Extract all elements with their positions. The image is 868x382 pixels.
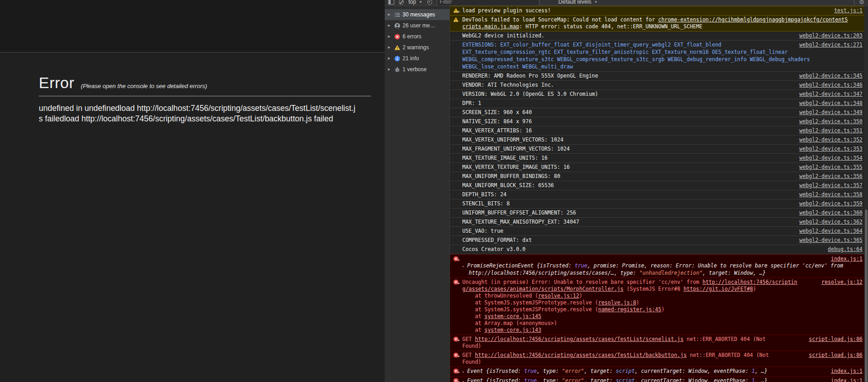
console-message-line: EXT_texture_compression_rgtc EXT_texture… [462, 48, 863, 56]
console-message: webgl2-device.ts:346VENDOR: ATI Technolo… [450, 81, 868, 90]
console-message-line: webgl2-device.ts:359STENCIL_BITS: 8 [462, 200, 863, 207]
expand-arrow-icon[interactable]: ▶ [388, 57, 392, 60]
console-message: webgl2-device.ts:348DPR: 1 [450, 99, 868, 108]
expand-arrow-icon[interactable]: ▶ [458, 256, 460, 263]
message-link[interactable]: system-core.js:145 [484, 313, 541, 319]
log-levels-selector[interactable]: Default levels [559, 0, 591, 5]
expand-arrow-icon[interactable]: ▶ [458, 8, 460, 15]
console-message-line: webgl2-device.ts:349SCREEN_SIZE: 960 x 6… [462, 109, 863, 116]
message-link[interactable]: named-register.js:45 [598, 306, 661, 313]
source-link[interactable]: webgl2-device.ts:365 [800, 236, 863, 244]
console-message: ▶test.js:1load preview plugin success! [450, 6, 868, 16]
message-link[interactable]: https://git.io/JvFET#8 [684, 286, 753, 292]
console-message-line: DevTools failed to load SourceMap: Could… [462, 16, 863, 23]
source-link[interactable]: test.js:1 [834, 7, 863, 14]
sidebar-item-warnings[interactable]: ▶2 warnings [385, 42, 450, 53]
message-text: MAX_UNIFORM_BUFFER_BINDINGS: 80 [462, 173, 560, 179]
info-icon [394, 55, 400, 62]
expand-arrow-icon[interactable]: ▶ [458, 353, 460, 360]
source-link[interactable]: webgl2-device.ts:356 [800, 173, 863, 180]
expand-arrow-icon[interactable]: ▸ [462, 379, 467, 382]
expand-arrow-icon[interactable]: ▶ [388, 24, 392, 27]
message-text: MAX_VERTEX_TEXTURE_IMAGE_UNITS: 16 [462, 164, 570, 170]
clear-console-icon[interactable] [399, 0, 404, 5]
message-link[interactable]: cripts.main.js.map [462, 23, 519, 30]
live-expression-icon[interactable] [427, 0, 432, 5]
console-message: webgl2-device.ts:359STENCIL_BITS: 8 [450, 199, 868, 209]
message-text: MAX_VERTEX_UNIFORM_VECTORS: 1024 [462, 136, 564, 143]
message-text: ) [661, 306, 664, 313]
source-link[interactable]: index.js:1 [831, 377, 863, 382]
expand-arrow-icon[interactable]: ▶ [388, 35, 392, 38]
message-link[interactable]: http://localhost:7456/scripting/assets/c… [475, 336, 684, 342]
console-message-line: at throwUnresolved (resolve.js:12) [462, 293, 863, 299]
sidebar-item-verbose[interactable]: ▶1 verbose [385, 64, 450, 75]
expand-arrow-icon[interactable]: ▶ [388, 13, 392, 16]
message-link[interactable]: http://localhost:7456/scriptin [702, 279, 797, 285]
console-message: webgl2-device.ts:350NATIVE_SIZE: 864 x 9… [450, 117, 868, 126]
message-link[interactable]: chrome-extension://hgcihmbmlgldpngjnaggb… [658, 16, 847, 23]
sidebar-item-info[interactable]: ▶21 info [385, 53, 450, 64]
source-link[interactable]: script-load.js:86 [809, 352, 863, 359]
source-link[interactable]: webgl2-device.ts:357 [800, 182, 863, 189]
message-text: VENDOR: ATI Technologies Inc. [462, 82, 554, 88]
source-link[interactable]: webgl2-device.ts:203 [800, 32, 863, 39]
expand-arrow-icon[interactable]: ▶ [388, 46, 392, 49]
expand-arrow-icon[interactable]: ▶ [458, 369, 460, 376]
console-message-line: webgl2-device.ts:348DPR: 1 [462, 99, 863, 107]
console-message: webgl2-device.ts:358DEPTH_BITS: 24 [450, 190, 868, 199]
console-message: webgl2-device.ts:357MAX_UNIFORM_BLOCK_SI… [450, 181, 868, 190]
expand-arrow-icon[interactable]: ▸ [462, 264, 467, 268]
source-link[interactable]: resolve.js:12 [821, 279, 863, 286]
source-link[interactable]: webgl2-device.ts:354 [800, 154, 863, 162]
message-link[interactable]: http://localhost:7456/scripting/assets/c… [475, 352, 687, 358]
message-text: RENDERER: AMD Radeon Pro 555X OpenGL Eng… [462, 73, 598, 79]
source-link[interactable]: webgl2-device.ts:347 [800, 90, 863, 98]
source-link[interactable]: webgl2-device.ts:355 [800, 163, 863, 171]
console-message-line: index.js:1▸Event {isTrusted: true, type:… [462, 368, 863, 375]
source-link[interactable]: webgl2-device.ts:346 [800, 81, 863, 89]
source-link[interactable]: webgl2-device.ts:362 [800, 218, 863, 225]
expand-arrow-icon[interactable]: ▸ [462, 370, 467, 374]
expand-arrow-icon[interactable]: ▶ [458, 280, 460, 287]
console-message-line: webgl2-device.ts:356MAX_UNIFORM_BUFFER_B… [462, 173, 863, 180]
source-link[interactable]: webgl2-device.ts:350 [800, 118, 863, 125]
source-link[interactable]: debug.ts:64 [828, 246, 863, 253]
console-message-line: webgl2-device.ts:347VERSION: WebGL 2.0 (… [462, 90, 863, 98]
source-link[interactable]: script-load.js:86 [809, 336, 863, 343]
source-link[interactable]: webgl2-device.ts:353 [800, 145, 863, 152]
message-text: MAX_UNIFORM_BLOCK_SIZE: 65536 [462, 182, 554, 188]
source-link[interactable]: webgl2-device.ts:360 [800, 209, 863, 216]
source-link[interactable]: webgl2-device.ts:359 [800, 200, 863, 207]
message-link[interactable]: resolve.js:8 [598, 299, 636, 306]
source-link[interactable]: index.js:1 [831, 368, 863, 375]
sidebar-item-errors[interactable]: ▶6 errors [385, 31, 450, 42]
source-link[interactable]: webgl2-device.ts:364 [800, 227, 863, 235]
message-text: , target: [584, 377, 616, 382]
context-selector[interactable]: top [408, 0, 416, 5]
source-link[interactable]: webgl2-device.ts:345 [800, 72, 863, 79]
message-text: net::ERR_ABORTED 404 (Not [687, 352, 769, 358]
source-link[interactable]: webgl2-device.ts:358 [800, 191, 863, 198]
expand-arrow-icon[interactable]: ▶ [458, 337, 460, 344]
source-link[interactable]: webgl2-device.ts:349 [800, 109, 863, 116]
source-link[interactable]: webgl2-device.ts:271 [800, 41, 863, 48]
message-link[interactable]: system-core.js:143 [484, 327, 541, 333]
source-link[interactable]: webgl2-device.ts:352 [800, 136, 863, 143]
source-link[interactable]: webgl2-device.ts:348 [800, 99, 863, 107]
console-message: ▶script-load.js:86GET http://localhost:7… [450, 335, 868, 351]
settings-gear-icon[interactable]: ⚙ [859, 0, 864, 5]
source-link[interactable]: webgl2-device.ts:351 [800, 127, 863, 134]
expand-arrow-icon[interactable]: ▶ [458, 378, 460, 382]
console-sidebar-toggle-icon[interactable] [388, 0, 394, 5]
expand-arrow-icon[interactable]: ▶ [388, 68, 392, 71]
source-link[interactable]: index.js:1 [831, 256, 863, 262]
message-text: , promise: Promise, reason: Error: Unabl… [587, 262, 843, 269]
sidebar-item-user-messages[interactable]: ▶26 user me… [385, 20, 450, 31]
sidebar-item-messages[interactable]: ▶30 messages [385, 9, 450, 20]
message-link[interactable]: resolve.js:12 [538, 293, 579, 299]
message-link[interactable]: g/assets/cases/animation/scripts/MorphCo… [462, 286, 623, 292]
filter-input[interactable] [437, 0, 539, 6]
scrollbar-thumb[interactable] [865, 209, 868, 382]
preview-top-strip [0, 0, 385, 52]
